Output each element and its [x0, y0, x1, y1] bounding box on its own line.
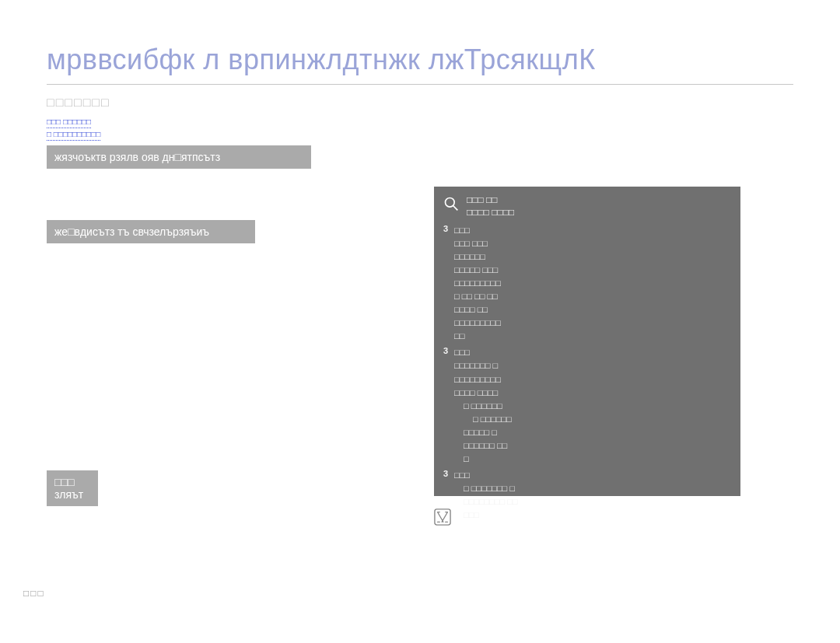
side-title-1: □□□ □□	[467, 194, 514, 205]
title-underline	[47, 84, 793, 85]
link-2[interactable]: □ □□□□□□□□□□	[47, 128, 100, 141]
svg-point-0	[446, 198, 455, 208]
side-item: 3□□□□ □□□□□□□ □□□□□□□□□ □□□□□	[443, 469, 730, 522]
side-item-line: □□□□□□ □□	[454, 439, 730, 453]
side-panel-body: 3□□□□□□ □□□□□□□□□□□□□□ □□□□□□□□□□□□□ □□ …	[443, 224, 730, 522]
side-item-line: □ □□□□□□	[454, 400, 730, 413]
page-title: мрввсибфк л врпинжлдтнжк лжТрсякщлК	[47, 44, 793, 76]
note-icon	[434, 508, 451, 526]
side-item-line: □ □□ □□ □□	[454, 290, 730, 303]
side-item-line: □□□□ □□	[454, 303, 730, 316]
magnifier-icon	[443, 196, 459, 211]
side-item-line: □□□□□□□□ □□	[454, 495, 730, 508]
side-item-line: □□	[454, 330, 730, 343]
side-item-lines: □□□□ □□□□□□□ □□□□□□□□□ □□□□□	[454, 469, 730, 522]
highlight-bar-3: □□□ зляът	[47, 470, 98, 506]
highlight-bar-2: же□вдисътз тъ свчзелързяъиъ	[47, 220, 255, 243]
side-item-line: □□□	[454, 346, 730, 359]
svg-line-1	[453, 206, 458, 211]
side-item-number: 3	[443, 346, 454, 465]
side-item-number: 3	[443, 224, 454, 343]
highlight-bar-1: жязчоъктв рзялв ояв дн□ятпсътз	[47, 145, 311, 169]
section-heading: □□□□□□□	[47, 96, 793, 110]
page-number: □□□	[23, 588, 45, 599]
side-item-line: □□□□□□□□□	[454, 316, 730, 330]
side-item-line: □□□□ □□□□	[454, 386, 730, 400]
side-item-line: □□□ □□□	[454, 237, 730, 250]
side-item: 3□□□□□□ □□□□□□□□□□□□□□ □□□□□□□□□□□□□ □□ …	[443, 224, 730, 343]
side-item-line: □ □□□□□□□ □	[454, 482, 730, 495]
side-item-line: □□□□□□□□□	[454, 277, 730, 290]
side-item: 3□□□□□□□□□□ □□□□□□□□□□□□□□ □□□□□ □□□□□□□…	[443, 346, 730, 465]
side-item-lines: □□□□□□ □□□□□□□□□□□□□□ □□□□□□□□□□□□□ □□ □…	[454, 224, 730, 343]
side-item-line: □□□	[454, 469, 730, 482]
side-item-line: □ □□□□□□	[454, 413, 730, 426]
side-item-line: □□□□□□□ □	[454, 359, 730, 372]
side-item-lines: □□□□□□□□□□ □□□□□□□□□□□□□□ □□□□□ □□□□□□□ …	[454, 346, 730, 465]
side-item-line: □□□□□□	[454, 250, 730, 264]
side-item-line: □□□□□ □	[454, 426, 730, 439]
page: мрввсибфк л врпинжлдтнжк лжТрсякщлК □□□□…	[0, 0, 840, 643]
side-item-line: □□□	[454, 224, 730, 237]
link-1[interactable]: □□□ □□□□□□	[47, 116, 91, 128]
side-item-line: □□□	[454, 508, 730, 522]
link-block: □□□ □□□□□□ □ □□□□□□□□□□	[47, 116, 793, 141]
side-item-line: □	[454, 453, 730, 466]
side-title-2: □□□□ □□□□	[467, 207, 514, 218]
side-item-line: □□□□□ □□□	[454, 264, 730, 277]
svg-rect-2	[435, 509, 450, 525]
side-item-line: □□□□□□□□□	[454, 373, 730, 386]
side-panel: □□□ □□ □□□□ □□□□ 3□□□□□□ □□□□□□□□□□□□□□ …	[434, 187, 740, 496]
